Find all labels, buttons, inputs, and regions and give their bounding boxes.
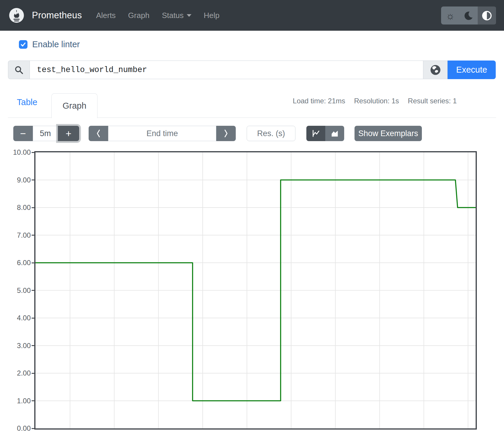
result-series-stat: Result series: 1 (408, 97, 457, 105)
y-tick-label: 10.00 (0, 148, 31, 156)
line-chart-icon (311, 129, 320, 138)
chart-plot-area[interactable] (34, 151, 477, 430)
chevron-right-icon (223, 129, 229, 138)
nav-item-help[interactable]: Help (204, 11, 220, 20)
execute-button[interactable]: Execute (448, 61, 496, 79)
query-expression-input[interactable] (30, 61, 423, 79)
brand-title[interactable]: Prometheus (32, 10, 82, 21)
show-exemplars-button[interactable]: Show Exemplars (355, 126, 422, 141)
decrease-range-button[interactable]: − (13, 126, 33, 141)
theme-light-button[interactable]: ☼ (441, 6, 459, 25)
y-tick-mark (32, 180, 34, 180)
end-time-input[interactable] (108, 126, 216, 141)
y-tick-label: 1.00 (0, 397, 31, 405)
graph-controls: − + Show Exemplars (0, 126, 504, 141)
y-tick-label: 0.00 (0, 424, 31, 433)
y-tick-label: 4.00 (0, 314, 31, 322)
chart-canvas[interactable] (35, 152, 476, 428)
load-time-stat: Load time: 21ms (293, 97, 345, 105)
chevron-down-icon (187, 14, 191, 17)
nav-item-status[interactable]: Status (162, 11, 191, 20)
navbar: Prometheus Alerts Graph Status Help ☼ (0, 0, 504, 31)
increase-range-button[interactable]: + (58, 126, 79, 141)
y-tick-mark (32, 428, 34, 429)
y-tick-label: 8.00 (0, 203, 31, 212)
range-input[interactable] (33, 126, 58, 141)
y-tick-mark (32, 262, 34, 263)
query-stats: Load time: 21ms Resolution: 1s Result se… (293, 97, 457, 105)
y-tick-label: 2.00 (0, 369, 31, 377)
y-tick-mark (32, 373, 34, 374)
search-icon (14, 65, 24, 75)
theme-dark-button[interactable] (459, 6, 478, 25)
y-tick-mark (32, 290, 34, 291)
globe-icon (430, 64, 441, 76)
search-addon (8, 61, 30, 79)
theme-auto-button[interactable] (478, 6, 496, 25)
y-tick-label: 5.00 (0, 286, 31, 295)
nav-links: Alerts Graph Status Help (96, 11, 220, 20)
y-tick-mark (32, 235, 34, 236)
y-tick-mark (32, 318, 34, 319)
metrics-explorer-button[interactable] (423, 61, 448, 79)
y-tick-mark (32, 207, 34, 208)
y-tick-mark (32, 152, 34, 153)
stacked-chart-toggle-button[interactable] (325, 126, 344, 141)
resolution-stat: Resolution: 1s (354, 97, 399, 105)
prometheus-app: Prometheus Alerts Graph Status Help ☼ (0, 0, 504, 434)
resolution-input[interactable] (247, 126, 295, 141)
moon-icon (464, 11, 474, 21)
line-chart-toggle-button[interactable] (306, 126, 325, 141)
shift-time-back-button[interactable] (89, 126, 108, 141)
y-tick-mark (32, 345, 34, 346)
enable-linter-checkbox[interactable] (19, 40, 27, 49)
y-tick-label: 9.00 (0, 176, 31, 184)
y-tick-mark (32, 400, 34, 401)
tab-graph[interactable]: Graph (51, 93, 97, 118)
nav-item-graph[interactable]: Graph (128, 11, 149, 20)
theme-toggle-group: ☼ (441, 6, 496, 25)
y-tick-label: 6.00 (0, 259, 31, 267)
enable-linter-label[interactable]: Enable linter (32, 40, 80, 49)
check-icon (20, 41, 26, 48)
y-tick-label: 3.00 (0, 342, 31, 350)
y-tick-label: 7.00 (0, 231, 31, 239)
prometheus-logo-icon[interactable] (9, 8, 24, 23)
stacked-chart-icon (330, 129, 339, 138)
linter-row: Enable linter (19, 40, 80, 49)
tab-table[interactable]: Table (17, 97, 37, 107)
query-input-group: Execute (8, 61, 496, 79)
half-circle-icon (482, 10, 492, 21)
chevron-left-icon (95, 129, 101, 138)
nav-item-alerts[interactable]: Alerts (96, 11, 116, 20)
sun-icon: ☼ (446, 11, 455, 21)
shift-time-forward-button[interactable] (216, 126, 236, 141)
